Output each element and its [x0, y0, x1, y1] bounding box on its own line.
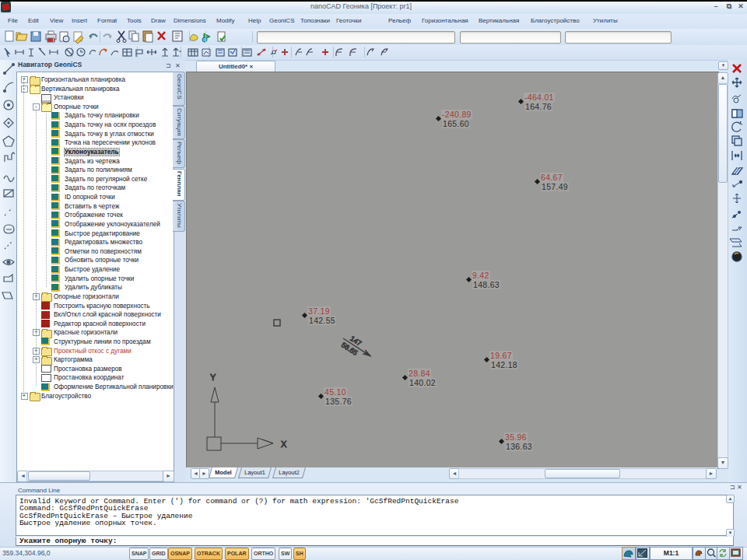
svg-text:Y: Y: [210, 373, 216, 382]
svg-text:X: X: [281, 439, 287, 449]
